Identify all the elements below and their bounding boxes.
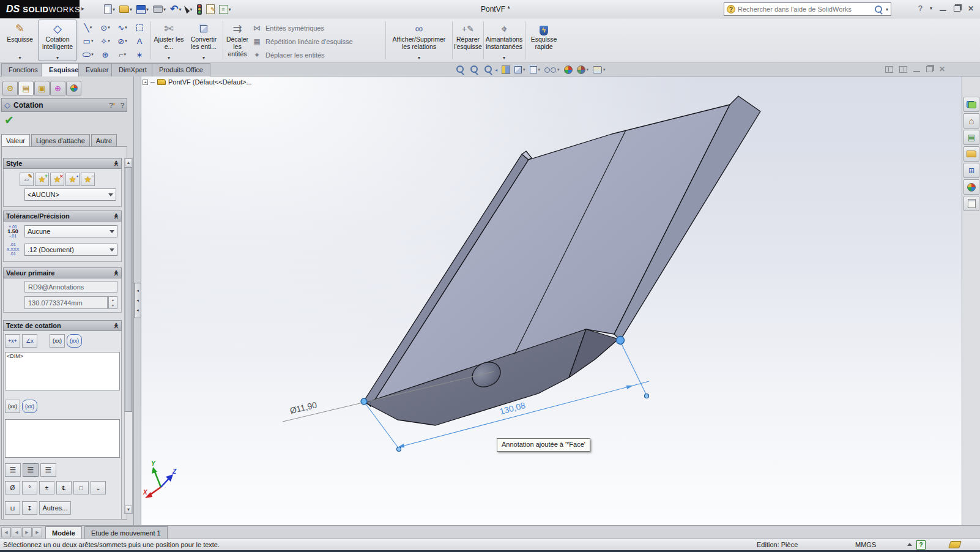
- solidworks-resources-button[interactable]: [963, 97, 979, 112]
- esquisse-button[interactable]: ✎ Esquisse ▾: [2, 20, 37, 61]
- oval-parenthesis-button[interactable]: (xx): [67, 334, 82, 348]
- apply-scene-button[interactable]: ▾: [577, 65, 589, 74]
- ok-check-button[interactable]: ✔: [4, 113, 14, 127]
- previous-tab-button[interactable]: ◀: [12, 528, 21, 537]
- help-icon[interactable]: ?: [121, 102, 124, 109]
- viewport-minimize-icon[interactable]: [913, 67, 920, 72]
- tab-valeur[interactable]: Valeur: [1, 134, 30, 147]
- angle-text-button[interactable]: ∠x: [22, 334, 37, 348]
- style-dropdown[interactable]: <AUCUN>: [24, 188, 116, 201]
- tab-etude-mouvement[interactable]: Etude de mouvement 1: [84, 526, 168, 539]
- depth-symbol-button[interactable]: ↧: [22, 501, 37, 515]
- dimension-value-field[interactable]: 130.07733744mm: [24, 296, 108, 309]
- property-manager-tab[interactable]: ▤: [18, 81, 34, 95]
- vertex-dot-right[interactable]: [617, 337, 625, 345]
- tolerance-dropdown[interactable]: Aucune: [24, 225, 117, 237]
- delete-style-button[interactable]: ★×: [50, 173, 64, 186]
- load-style-button[interactable]: ★▫: [81, 173, 95, 186]
- align-left-button[interactable]: ☰: [5, 463, 21, 477]
- tab-modele[interactable]: Modèle: [45, 526, 82, 539]
- undo-button[interactable]: ↶▾: [169, 2, 182, 17]
- line-tool[interactable]: ╲▾: [80, 21, 97, 34]
- polygon-tool[interactable]: ✧▾: [97, 34, 114, 48]
- new-document-button[interactable]: ▾: [103, 2, 116, 17]
- value-spinner[interactable]: ▲▼: [108, 296, 117, 309]
- tab-evaluer[interactable]: Evaluer: [78, 63, 116, 76]
- first-tab-button[interactable]: ◀: [1, 528, 11, 537]
- units-dropdown-icon[interactable]: [907, 543, 912, 546]
- square-symbol-button[interactable]: □: [73, 481, 89, 494]
- tab-autre[interactable]: Autre: [91, 134, 117, 147]
- split-view-center-icon[interactable]: [899, 66, 907, 73]
- point-tool[interactable]: ∗: [131, 48, 148, 61]
- apply-default-style-button[interactable]: ▱✎: [20, 173, 34, 186]
- scroll-thumb[interactable]: [125, 167, 132, 412]
- scroll-down-icon[interactable]: ▼: [125, 505, 132, 513]
- tab-fonctions[interactable]: Fonctions: [1, 63, 45, 76]
- centerline-symbol-button[interactable]: ℄: [56, 481, 72, 494]
- parenthesis-button[interactable]: (xx): [50, 334, 65, 348]
- cotation-intelligente-button[interactable]: ◇ Cotation intelligente ▾: [39, 20, 76, 61]
- counterbore-symbol-button[interactable]: ⊔: [5, 501, 20, 515]
- tab-dimxpert[interactable]: DimXpert: [111, 63, 154, 76]
- menu-expand-icon[interactable]: ▸: [81, 5, 84, 12]
- units-indicator[interactable]: MMGS: [855, 541, 876, 548]
- oval-parenthesis-button-2[interactable]: (xx): [22, 400, 37, 413]
- part-3d-view[interactable]: Ø11,90 130,08: [141, 76, 962, 525]
- zoom-fit-button[interactable]: [456, 65, 466, 75]
- file-explorer-button[interactable]: [963, 146, 979, 162]
- ellipse-tool[interactable]: ⊘▾: [114, 34, 131, 48]
- align-right-button[interactable]: ☰: [40, 463, 56, 477]
- parenthesis-button-2[interactable]: (xx): [5, 400, 20, 413]
- collapse-chevron-icon[interactable]: ≪: [113, 323, 119, 328]
- save-button[interactable]: ▾: [135, 2, 150, 17]
- plus-minus-symbol-button[interactable]: ±: [39, 481, 54, 494]
- degree-symbol-button[interactable]: °: [22, 481, 37, 494]
- part-body[interactable]: [364, 96, 760, 425]
- aimantations-instantanees-button[interactable]: ⌖ Aimantations instantanées ▾: [484, 20, 524, 61]
- zoom-area-button[interactable]: [470, 65, 480, 75]
- rectangle-tool[interactable]: ▭▾: [80, 34, 97, 48]
- hexagon-tool[interactable]: ⊕: [97, 48, 114, 61]
- vertex-dot-left[interactable]: [361, 398, 367, 405]
- display-manager-tab[interactable]: [66, 81, 81, 95]
- collapse-chevron-icon[interactable]: ≪: [113, 270, 119, 275]
- selection-box-tool[interactable]: [131, 21, 148, 34]
- help-search-box[interactable]: ? ▾: [724, 2, 891, 16]
- feature-manager-tab[interactable]: ⚙: [2, 81, 18, 95]
- search-icon[interactable]: [874, 5, 883, 14]
- slot-tool[interactable]: ▾: [80, 48, 97, 61]
- extension-dot-left[interactable]: [397, 447, 401, 452]
- deplacer-entites-button[interactable]: ✦ Déplacer les entités ▾: [252, 49, 384, 61]
- file-properties-button[interactable]: [205, 2, 216, 17]
- help-button[interactable]: ?: [918, 4, 922, 13]
- dimension-text-area[interactable]: <DIM>: [5, 352, 120, 390]
- edit-appearance-button[interactable]: [564, 65, 573, 74]
- custom-properties-button[interactable]: [963, 196, 979, 211]
- restore-icon[interactable]: [954, 6, 960, 12]
- section-view-button[interactable]: [502, 65, 510, 74]
- help-pin-icon[interactable]: ?*: [109, 102, 115, 109]
- view-orientation-button[interactable]: ▾: [514, 66, 525, 73]
- save-style-button[interactable]: ★▪: [65, 173, 80, 186]
- tab-lignes-attache[interactable]: Lignes d'attache: [31, 134, 90, 147]
- close-icon[interactable]: ✕: [968, 4, 974, 13]
- graphics-viewport[interactable]: + PontVF (Défaut<<Défaut>...: [141, 76, 962, 525]
- primary-value-section-header[interactable]: Valeur primaire≪: [3, 267, 122, 278]
- offset-text-button[interactable]: +x+: [5, 334, 20, 348]
- next-tab-button[interactable]: ▶: [22, 528, 32, 537]
- spline-tool[interactable]: ∿▾: [114, 21, 131, 34]
- align-center-button[interactable]: ☰: [23, 463, 39, 477]
- afficher-supprimer-relations-button[interactable]: ∞ Afficher/Supprimer les relations ▾: [387, 20, 451, 61]
- hide-show-items-button[interactable]: ▾: [544, 66, 560, 74]
- repetition-lineaire-button[interactable]: ▦ Répétition linéaire d'esquisse ▾: [252, 35, 384, 48]
- options-button[interactable]: ≡▾: [218, 2, 232, 17]
- convertir-entites-button[interactable]: Convertir les enti... ▾: [186, 20, 221, 61]
- status-help-icon[interactable]: ?: [916, 540, 926, 550]
- viewport-restore-icon[interactable]: [926, 66, 933, 72]
- open-button[interactable]: ▾: [118, 2, 133, 17]
- dimxpert-manager-tab[interactable]: ⊕: [50, 81, 65, 95]
- text-tool[interactable]: A: [131, 34, 148, 48]
- last-tab-button[interactable]: ▶: [32, 528, 42, 537]
- minimize-icon[interactable]: [940, 6, 946, 11]
